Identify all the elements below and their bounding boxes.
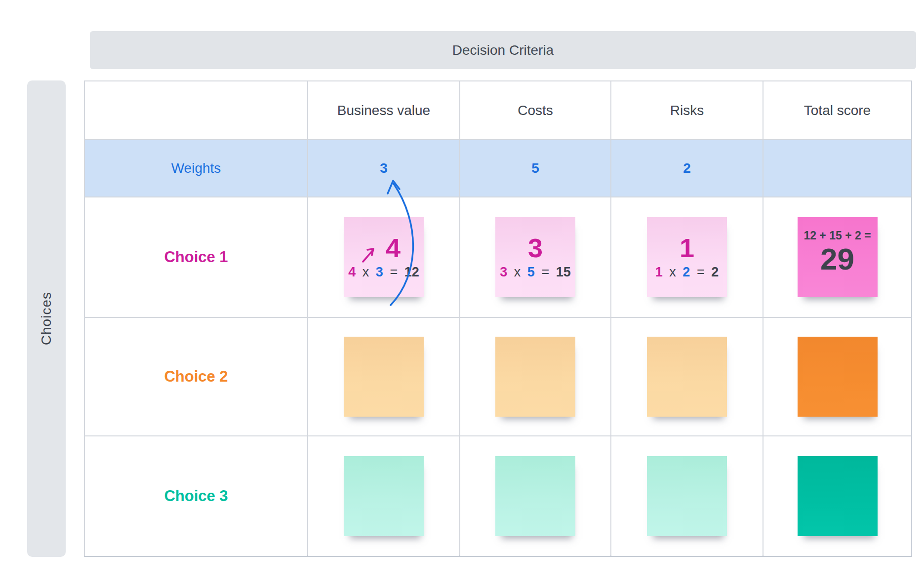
formula-weight: 3: [376, 265, 383, 279]
cell-choice2-total[interactable]: [763, 318, 911, 435]
choices-sidebar-label: Choices: [39, 292, 54, 345]
cell-choice1-total[interactable]: 12 + 15 + 2 = 29: [763, 197, 911, 317]
score-formula: 1 x 2 = 2: [654, 264, 720, 280]
cell-choice1-risks[interactable]: 1 1 x 2 = 2: [611, 197, 763, 317]
formula-equals: =: [390, 265, 398, 279]
decision-matrix-canvas: Decision Criteria Choices Business value…: [0, 0, 924, 586]
decision-matrix-table: Business value Costs Risks Total score W…: [84, 80, 912, 557]
weights-label-cell[interactable]: Weights: [85, 140, 307, 196]
row-label: Choice 2: [164, 368, 228, 386]
weight-cell-risks[interactable]: 2: [611, 140, 763, 196]
cell-choice2-risks[interactable]: [611, 318, 763, 435]
sticky-note[interactable]: 4 4 x 3 = 12: [344, 217, 424, 297]
row-label-cell-choice-1[interactable]: Choice 1: [85, 197, 307, 317]
sticky-note[interactable]: [798, 456, 878, 536]
row-label: Choice 3: [164, 487, 228, 505]
choices-sidebar[interactable]: Choices: [27, 80, 66, 557]
header-cell-costs[interactable]: Costs: [460, 81, 610, 139]
total-score-value: 29: [820, 242, 854, 276]
column-header-label: Total score: [804, 103, 871, 118]
cell-choice3-total[interactable]: [763, 436, 911, 556]
sticky-note[interactable]: [344, 456, 424, 536]
sticky-note[interactable]: [344, 337, 424, 417]
cell-choice2-costs[interactable]: [460, 318, 610, 435]
sticky-note[interactable]: [647, 456, 727, 536]
column-header-label: Risks: [670, 103, 704, 118]
header-cell-total-score[interactable]: Total score: [763, 81, 911, 139]
decision-criteria-title: Decision Criteria: [452, 42, 554, 58]
weight-cell-costs[interactable]: 5: [460, 140, 610, 196]
total-sum-expression: 12 + 15 + 2 =: [803, 229, 871, 242]
sticky-note[interactable]: [647, 337, 727, 417]
cell-choice2-business-value[interactable]: [308, 318, 459, 435]
cell-choice3-risks[interactable]: [611, 436, 763, 556]
score-formula: 4 x 3 = 12: [347, 264, 420, 280]
formula-result: 2: [711, 265, 719, 279]
header-cell-risks[interactable]: Risks: [611, 81, 763, 139]
score-formula: 3 x 5 = 15: [498, 264, 572, 280]
formula-times: x: [669, 265, 676, 279]
formula-result: 12: [404, 265, 419, 279]
formula-equals: =: [697, 265, 705, 279]
formula-score: 4: [348, 265, 356, 279]
sticky-note[interactable]: [495, 337, 575, 417]
sticky-note[interactable]: 3 3 x 5 = 15: [495, 217, 575, 297]
formula-equals: =: [541, 265, 549, 279]
row-label-cell-choice-2[interactable]: Choice 2: [85, 318, 307, 435]
weight-cell-business-value[interactable]: 3: [308, 140, 459, 196]
decision-criteria-header[interactable]: Decision Criteria: [90, 31, 916, 69]
formula-weight: 5: [527, 265, 535, 279]
formula-times: x: [514, 265, 521, 279]
cell-choice3-business-value[interactable]: [308, 436, 459, 556]
weights-label: Weights: [171, 160, 221, 176]
formula-score: 1: [655, 265, 663, 279]
row-label-cell-choice-3[interactable]: Choice 3: [85, 436, 307, 556]
cell-choice1-business-value[interactable]: 4 4 x 3 = 12: [308, 197, 459, 317]
row-label: Choice 1: [164, 248, 228, 266]
header-cell-empty[interactable]: [85, 81, 307, 139]
column-header-label: Costs: [518, 103, 553, 118]
formula-score: 3: [500, 265, 507, 279]
score-value: 1: [680, 234, 694, 261]
cell-choice3-costs[interactable]: [460, 436, 610, 556]
sticky-note[interactable]: [798, 337, 878, 417]
sticky-note[interactable]: 12 + 15 + 2 = 29: [798, 217, 878, 297]
formula-times: x: [362, 265, 369, 279]
sticky-note[interactable]: [495, 456, 575, 536]
formula-result: 15: [556, 265, 571, 279]
weight-value: 3: [380, 160, 388, 176]
formula-weight: 2: [683, 265, 690, 279]
weight-cell-total[interactable]: [763, 140, 911, 196]
cell-choice1-costs[interactable]: 3 3 x 5 = 15: [460, 197, 610, 317]
header-cell-business-value[interactable]: Business value: [308, 81, 459, 139]
weight-value: 2: [683, 160, 691, 176]
score-value: 3: [528, 234, 543, 261]
weight-value: 5: [531, 160, 539, 176]
sticky-note[interactable]: 1 1 x 2 = 2: [647, 217, 727, 297]
score-value: 4: [386, 234, 401, 261]
column-header-label: Business value: [337, 103, 430, 118]
